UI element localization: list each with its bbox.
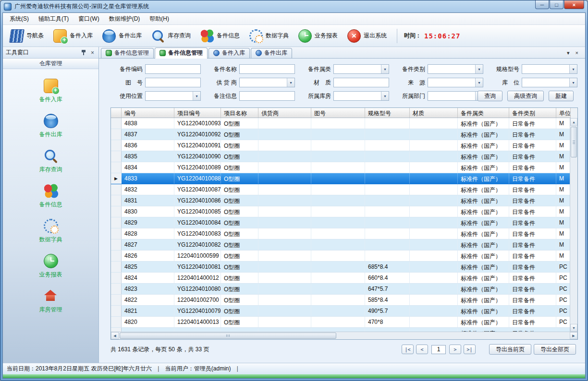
tab[interactable]: 备件信息管理 [155,48,208,59]
column-header[interactable]: 项目编号 [174,108,221,118]
sidebar-item[interactable]: 数据字典 [22,217,80,246]
dropdown-arrow-icon[interactable]: ▾ [569,78,577,87]
dropdown-arrow-icon[interactable]: ▾ [287,78,294,87]
table-row[interactable]: ▶ 4827 YG12204010082 O型圈 标准件（国产） 日常备件 [111,239,571,250]
menu-item[interactable]: 窗口(W) [74,13,104,25]
column-header[interactable]: 项目名称 [221,108,258,118]
row-selector-cell[interactable]: ▶ [111,184,122,195]
table-row[interactable]: ▶ 4835 YG12204010090 O型圈 标准件（国产） 日常备件 [111,151,571,162]
tab[interactable]: 备件入库 [208,48,250,58]
table-row[interactable]: ▶ 4833 YG12204010088 O型圈 标准件（国产） 日常备件 [111,173,571,184]
search-field-input[interactable] [334,92,381,100]
query-button[interactable]: 查询 [478,91,502,101]
search-field-input[interactable] [146,78,200,87]
table-row[interactable]: ▶ 4820 1220401400013 O型圈 470*8 标准件（国产） 日… [111,317,571,328]
dropdown-arrow-icon[interactable]: ▾ [475,65,483,73]
menu-item[interactable]: 辅助工具(T) [34,13,74,25]
scroll-down-icon[interactable]: ▼ [570,324,577,332]
row-selector-cell[interactable]: ▶ [111,206,122,217]
sidebar-item[interactable]: 备件信息 [22,182,80,211]
advanced-query-button[interactable]: 高级查询 [507,91,544,101]
table-row[interactable]: ▶ 4823 YG12204010080 O型圈 647*5.7 标准件（国产）… [111,284,571,295]
panel-close-icon[interactable]: × [89,49,96,56]
column-header[interactable]: 材质 [410,108,458,118]
table-row[interactable]: ▶ 4831 YG12204010086 O型圈 标准件（国产） 日常备件 [111,195,571,206]
export-current-page-button[interactable]: 导出当前页 [489,344,531,355]
tab-list-icon[interactable]: ▾ [566,50,571,56]
column-header[interactable]: 供货商 [258,108,311,118]
menu-item[interactable]: 系统(S) [5,13,34,25]
vertical-scroll-thumb[interactable] [571,127,577,157]
toolbar-item[interactable]: 退出系统 [344,28,390,44]
search-field-input[interactable] [522,65,569,73]
row-selector-cell[interactable]: ▶ [111,140,122,151]
first-page-button[interactable]: |< [402,345,414,354]
column-header[interactable]: 编号 [122,108,174,118]
tab[interactable]: 备件信息管理 [101,48,154,58]
table-row[interactable]: ▶ 4826 1220401000599 O型圈 标准件（国产） 日常备件 [111,250,571,262]
search-field-input[interactable] [240,78,287,87]
table-row[interactable]: ▶ 4829 YG12204010084 O型圈 标准件（国产） 日常备件 [111,217,571,228]
tab-close-icon[interactable]: × [575,50,579,56]
row-selector-cell[interactable]: ▶ [111,217,122,228]
search-field-input[interactable] [428,92,475,100]
minimize-button[interactable]: ─ [535,0,549,9]
toolbar-item[interactable]: 备件入库 [50,28,96,44]
toolbar-item[interactable]: 业务报表 [295,28,341,44]
search-field-input[interactable] [240,65,294,73]
table-row[interactable]: ▶ 4832 YG12204010087 O型圈 标准件（国产） 日常备件 [111,184,571,195]
scroll-up-icon[interactable]: ▲ [570,118,577,126]
row-selector-cell[interactable]: ▶ [111,173,122,184]
column-header[interactable]: 单位 [556,108,571,118]
column-header[interactable] [111,108,122,118]
table-row[interactable]: ▶ 4824 1220401400012 O型圈 660*8.4 标准件（国产）… [111,273,571,284]
row-selector-cell[interactable]: ▶ [111,250,122,261]
row-selector-cell[interactable]: ▶ [111,129,122,140]
scroll-left-icon[interactable]: ◀ [111,332,119,339]
table-row[interactable]: ▶ 4838 YG12204010093 O型圈 标准件（国产） 日常备件 [111,118,571,129]
search-field-input[interactable] [334,78,389,87]
row-selector-cell[interactable]: ▶ [111,195,122,206]
menu-item[interactable]: 帮助(H) [145,13,174,25]
column-header[interactable]: 规格型号 [365,108,410,118]
column-header[interactable]: 备件类别 [509,108,556,118]
row-selector-cell[interactable]: ▶ [111,295,122,305]
toolbar-item[interactable]: 备件信息 [197,28,243,44]
sidebar-item[interactable]: 备件出库 [22,112,80,141]
toolbar-item[interactable]: 数据字典 [246,28,292,44]
prev-page-button[interactable]: < [416,345,428,354]
row-selector-cell[interactable]: ▶ [111,239,122,250]
row-selector-cell[interactable]: ▶ [111,306,122,316]
sidebar-item[interactable]: 库房管理 [22,287,80,316]
table-row[interactable]: ▶ 4836 YG12204010091 O型圈 标准件（国产） 日常备件 [111,140,571,151]
search-field-input[interactable] [428,65,475,73]
table-row[interactable]: ▶ 4828 YG12204010083 O型圈 标准件（国产） 日常备件 [111,228,571,239]
table-row[interactable]: ▶ 4822 1220401002700 O型圈 585*8.4 标准件（国产）… [111,295,571,306]
column-header[interactable]: 备件属类 [458,108,509,118]
export-all-pages-button[interactable]: 导出全部页 [534,344,576,355]
search-field-input[interactable] [522,78,569,87]
last-page-button[interactable]: >| [464,345,476,354]
sidebar-item[interactable]: 业务报表 [22,252,80,281]
row-selector-cell[interactable]: ▶ [111,162,122,173]
scroll-right-icon[interactable]: ▶ [570,332,577,339]
new-button[interactable]: 新建 [549,91,574,101]
next-page-button[interactable]: > [449,345,461,354]
table-row[interactable]: ▶ 4825 YG12204010081 O型圈 685*8.4 标准件（国产）… [111,262,571,273]
maximize-button[interactable]: □ [550,0,564,9]
row-selector-cell[interactable]: ▶ [111,273,122,283]
toolbar-item[interactable]: 库存查询 [148,28,194,44]
dropdown-arrow-icon[interactable]: ▾ [193,92,200,100]
sidebar-item[interactable]: 库存查询 [22,147,80,176]
search-field-input[interactable] [146,92,193,100]
row-selector-cell[interactable]: ▶ [111,151,122,162]
column-header[interactable]: 图号 [311,108,365,118]
row-selector-cell[interactable]: ▶ [111,118,122,129]
search-field-input[interactable] [428,78,475,87]
dropdown-arrow-icon[interactable]: ▾ [569,65,577,73]
search-field-input[interactable] [334,65,381,73]
horizontal-scroll-thumb[interactable] [120,333,336,339]
search-field-input[interactable] [240,92,294,100]
table-row[interactable]: ▶ 4830 YG12204010085 O型圈 标准件（国产） 日常备件 [111,206,571,217]
toolbar-item[interactable]: 导航条 [7,28,47,44]
